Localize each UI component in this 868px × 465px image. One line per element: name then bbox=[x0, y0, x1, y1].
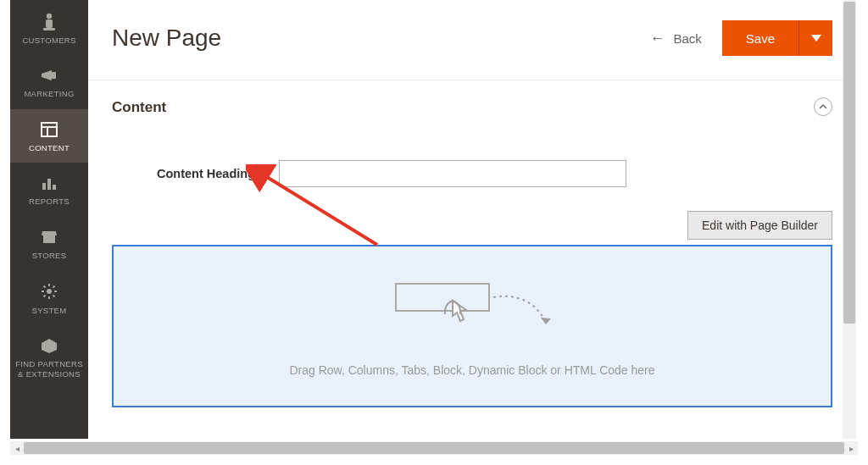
content-heading-input[interactable] bbox=[279, 160, 626, 187]
back-button[interactable]: ← Back bbox=[649, 30, 701, 46]
main-content: New Page ← Back Save Content bbox=[88, 0, 856, 439]
page-header: New Page ← Back Save bbox=[88, 0, 856, 80]
svg-rect-4 bbox=[52, 72, 56, 79]
page-builder-dropzone[interactable]: Drag Row, Columns, Tabs, Block, Dynamic … bbox=[112, 245, 832, 407]
sidebar-item-label: SYSTEM bbox=[12, 306, 86, 315]
content-heading-label: Content Heading bbox=[88, 167, 279, 180]
svg-point-0 bbox=[47, 14, 52, 19]
svg-point-12 bbox=[47, 289, 52, 294]
save-button-group: Save bbox=[722, 20, 832, 56]
stores-icon bbox=[40, 229, 58, 246]
section-title: Content bbox=[112, 99, 166, 115]
svg-rect-2 bbox=[43, 28, 55, 30]
vertical-scrollbar-thumb[interactable] bbox=[843, 2, 855, 324]
content-section-header: Content bbox=[88, 80, 856, 123]
collapse-toggle[interactable] bbox=[814, 97, 832, 116]
horizontal-scrollbar[interactable]: ◂ ▸ bbox=[10, 441, 858, 455]
reports-icon bbox=[40, 174, 58, 191]
svg-rect-9 bbox=[47, 179, 51, 190]
sidebar-item-label: CONTENT bbox=[12, 143, 86, 152]
sidebar-item-system[interactable]: SYSTEM bbox=[10, 270, 88, 325]
sidebar-item-reports[interactable]: REPORTS bbox=[10, 163, 88, 216]
sidebar-item-partners[interactable]: FIND PARTNERS & EXTENSIONS bbox=[10, 325, 88, 389]
save-dropdown-button[interactable] bbox=[798, 20, 832, 56]
sidebar-item-label: REPORTS bbox=[12, 197, 86, 206]
customers-icon bbox=[41, 12, 58, 30]
sidebar-item-label: CUSTOMERS bbox=[12, 36, 86, 45]
horizontal-scrollbar-thumb[interactable] bbox=[24, 442, 844, 454]
svg-marker-3 bbox=[42, 70, 52, 80]
arrow-left-icon: ← bbox=[649, 30, 665, 46]
svg-marker-13 bbox=[42, 339, 57, 353]
vertical-scrollbar[interactable] bbox=[843, 0, 856, 439]
svg-rect-10 bbox=[53, 185, 56, 190]
edit-page-builder-button[interactable]: Edit with Page Builder bbox=[687, 211, 832, 240]
sidebar-item-marketing[interactable]: MARKETING bbox=[10, 55, 88, 108]
save-button[interactable]: Save bbox=[722, 20, 798, 56]
drag-hint-text: Drag Row, Columns, Tabs, Block, Dynamic … bbox=[289, 363, 654, 377]
svg-rect-11 bbox=[43, 235, 55, 243]
svg-marker-16 bbox=[541, 318, 551, 324]
partners-icon bbox=[40, 337, 58, 354]
sidebar-item-label: FIND PARTNERS & EXTENSIONS bbox=[12, 359, 86, 379]
sidebar-item-customers[interactable]: CUSTOMERS bbox=[10, 0, 88, 55]
svg-rect-5 bbox=[42, 123, 57, 136]
system-icon bbox=[40, 282, 58, 301]
chevron-up-icon bbox=[819, 104, 827, 110]
page-title: New Page bbox=[112, 25, 649, 52]
sidebar-item-content[interactable]: CONTENT bbox=[10, 109, 88, 163]
svg-rect-8 bbox=[42, 183, 46, 190]
scroll-right-arrow-icon[interactable]: ▸ bbox=[844, 441, 858, 455]
svg-rect-15 bbox=[396, 284, 489, 311]
drag-hint-graphic bbox=[379, 275, 565, 343]
admin-sidebar: CUSTOMERS MARKETING CONTENT REPORTS STOR… bbox=[10, 0, 88, 439]
sidebar-item-label: STORES bbox=[12, 251, 86, 260]
sidebar-item-stores[interactable]: STORES bbox=[10, 217, 88, 270]
chevron-down-icon bbox=[811, 35, 821, 42]
sidebar-item-label: MARKETING bbox=[12, 89, 86, 98]
svg-rect-1 bbox=[46, 19, 53, 28]
scroll-left-arrow-icon[interactable]: ◂ bbox=[10, 441, 24, 455]
marketing-icon bbox=[40, 67, 58, 84]
svg-marker-14 bbox=[811, 35, 821, 42]
back-label: Back bbox=[673, 31, 701, 46]
content-heading-field: Content Heading bbox=[88, 160, 856, 187]
content-icon bbox=[40, 121, 58, 138]
edit-row: Edit with Page Builder bbox=[88, 211, 856, 245]
